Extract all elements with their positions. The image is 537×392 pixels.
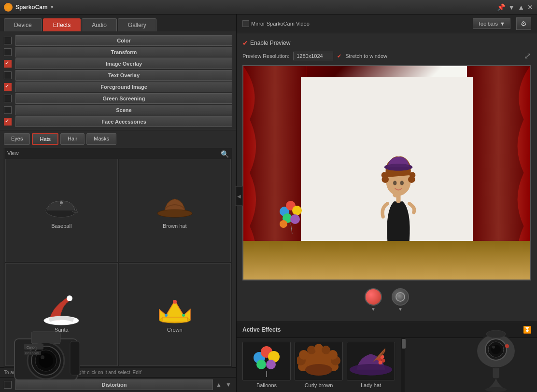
video-preview xyxy=(242,65,531,280)
sub-tabs: Eyes Hats Hair Masks xyxy=(0,130,236,148)
collapse-icon[interactable]: ⏬ xyxy=(523,326,531,334)
hats-grid: Baseball Brown hat xyxy=(4,148,232,367)
record-arrow-icon[interactable]: ▼ xyxy=(371,307,376,312)
hat-item-brown-hat[interactable]: Brown hat xyxy=(119,159,231,262)
balloons-effect-name: Balloons xyxy=(256,382,277,388)
checkbox-text-overlay[interactable] xyxy=(4,71,12,79)
distortion-label[interactable]: Distortion xyxy=(15,379,213,390)
curly-brown-effect-name: Curly brown xyxy=(305,382,333,388)
effects-scrollbar[interactable] xyxy=(401,338,405,392)
lady-hat-thumbnail xyxy=(347,342,395,380)
effect-label-transform[interactable]: Transform xyxy=(15,47,232,57)
active-effects-header: Active Effects ⏬ xyxy=(237,322,537,338)
enable-preview-label[interactable]: Enable Preview xyxy=(250,40,290,46)
effect-row-scene: Scene xyxy=(4,105,232,115)
stretch-label[interactable]: Stretch to window xyxy=(345,53,387,59)
checkbox-green-screening[interactable] xyxy=(4,95,12,102)
hat-item-crown[interactable]: Crown xyxy=(119,263,231,366)
checkbox-color[interactable] xyxy=(4,37,12,44)
snapshot-arrow-icon[interactable]: ▼ xyxy=(398,307,403,312)
sub-tab-hair[interactable]: Hair xyxy=(60,133,85,145)
effect-label-text-overlay[interactable]: Text Overlay xyxy=(15,70,232,81)
svg-point-7 xyxy=(67,295,72,301)
svg-point-18 xyxy=(280,220,287,228)
sub-tab-hats[interactable]: Hats xyxy=(32,133,58,145)
resolution-select[interactable]: 1280x1024 xyxy=(293,52,333,60)
view-area: View 🔍 Baseball xyxy=(4,148,232,367)
snapshot-inner xyxy=(396,292,405,302)
balloons-thumbnail xyxy=(242,342,291,380)
toolbars-button[interactable]: Toolbars ▼ xyxy=(473,18,510,29)
svg-point-28 xyxy=(393,181,396,185)
checkbox-scene[interactable] xyxy=(4,106,12,114)
toolbars-label: Toolbars xyxy=(478,21,498,27)
scroll-up-icon[interactable]: ▲ xyxy=(215,381,223,389)
effect-label-scene[interactable]: Scene xyxy=(15,105,232,115)
active-effect-lady-hat[interactable]: Lady hat xyxy=(347,342,395,388)
svg-point-17 xyxy=(290,214,300,224)
mirror-checkbox[interactable] xyxy=(242,20,249,27)
panel-divider[interactable]: ◀ xyxy=(235,186,243,206)
effect-row-transform: Transform xyxy=(4,47,232,57)
effect-label-image-overlay[interactable]: Image Overlay xyxy=(15,58,232,69)
checkbox-image-overlay[interactable] xyxy=(4,60,12,68)
baseball-name: Baseball xyxy=(51,223,71,229)
active-effect-curly-brown[interactable]: Curly brown xyxy=(295,342,343,388)
window-controls: 📌 ▼ ▲ ✕ xyxy=(497,3,533,11)
tab-effects[interactable]: Effects xyxy=(43,18,81,31)
santa-hat-icon xyxy=(42,296,81,325)
settings-button[interactable]: ⚙ xyxy=(516,17,531,30)
fullscreen-icon[interactable]: ⤢ xyxy=(524,51,531,61)
checkbox-face-accessories[interactable] xyxy=(4,118,12,126)
brown-hat-icon xyxy=(155,192,194,221)
effect-label-face-accessories[interactable]: Face Accessories xyxy=(15,116,232,127)
svg-point-11 xyxy=(182,314,185,317)
effect-row-color: Color xyxy=(4,35,232,46)
resolution-label: Preview Resolution: xyxy=(242,53,289,59)
stage-floor xyxy=(243,241,530,280)
checkbox-foreground-image[interactable] xyxy=(4,83,12,91)
restore-icon[interactable]: ▲ xyxy=(518,3,524,11)
minimize-icon[interactable]: ▼ xyxy=(508,3,515,11)
svg-point-35 xyxy=(266,360,276,369)
close-icon[interactable]: ✕ xyxy=(527,3,533,11)
svg-point-34 xyxy=(256,360,266,369)
active-effect-balloons[interactable]: Balloons xyxy=(242,342,291,388)
snapshot-group: ▼ xyxy=(392,288,409,312)
scroll-down-icon[interactable]: ▼ xyxy=(225,381,232,389)
preview-image xyxy=(243,66,530,280)
svg-point-48 xyxy=(350,364,392,375)
svg-point-30 xyxy=(393,193,400,198)
svg-point-9 xyxy=(173,300,177,304)
sub-tab-eyes[interactable]: Eyes xyxy=(4,133,30,145)
checkbox-transform[interactable] xyxy=(4,48,12,56)
svg-point-15 xyxy=(292,206,302,215)
woman-figure xyxy=(324,77,473,241)
svg-point-10 xyxy=(165,314,168,317)
hat-item-santa[interactable]: Santa xyxy=(5,263,118,366)
scroll-track[interactable] xyxy=(402,339,406,349)
baseball-hat-svg xyxy=(42,192,81,221)
effect-label-green-screening[interactable]: Green Screening xyxy=(15,93,232,104)
tab-audio[interactable]: Audio xyxy=(82,18,117,31)
crown-name: Crown xyxy=(167,327,183,333)
left-panel: Device Effects Audio Gallery Color Trans… xyxy=(0,14,237,392)
hat-item-baseball[interactable]: Baseball xyxy=(5,159,118,262)
app-title: SparkoCam xyxy=(15,4,48,11)
effect-row-green-screening: Green Screening xyxy=(4,93,232,104)
effect-label-foreground-image[interactable]: Foreground Image xyxy=(15,82,232,92)
zoom-icon[interactable]: 🔍 xyxy=(221,150,229,158)
snapshot-button[interactable] xyxy=(392,288,409,306)
pin-icon[interactable]: 📌 xyxy=(497,3,505,11)
effect-label-color[interactable]: Color xyxy=(15,35,232,46)
tab-gallery[interactable]: Gallery xyxy=(118,18,156,31)
checkbox-distortion[interactable] xyxy=(4,381,12,389)
app-dropdown-arrow[interactable]: ▼ xyxy=(50,4,55,10)
svg-point-4 xyxy=(157,210,192,217)
sub-tab-masks[interactable]: Masks xyxy=(86,133,116,145)
gear-icon: ⚙ xyxy=(521,20,527,28)
tab-device[interactable]: Device xyxy=(4,18,42,31)
record-button[interactable] xyxy=(365,288,382,306)
resolution-row: Preview Resolution: 1280x1024 ✔ Stretch … xyxy=(242,51,531,61)
svg-point-52 xyxy=(379,361,382,364)
